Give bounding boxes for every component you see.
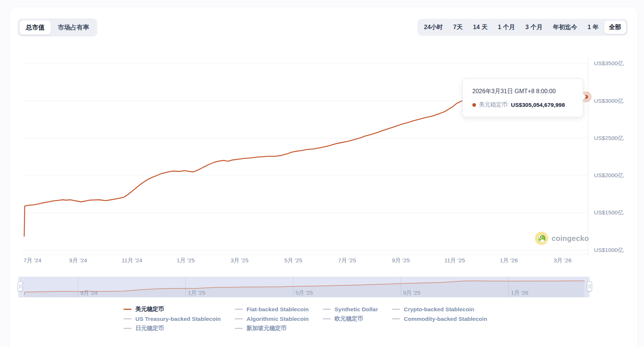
legend-item-label: Algorithmic Stablecoin (246, 316, 309, 322)
range-1m[interactable]: 1 个月 (493, 21, 520, 34)
tooltip-series-label: 美元稳定币: (479, 101, 509, 109)
legend-item-label: US Treasury-backed Stablecoin (135, 316, 221, 322)
range-ytd[interactable]: 年初迄今 (548, 21, 582, 34)
legend-item[interactable]: Crypto-backed Stablecoin (392, 305, 487, 313)
legend-dash-icon (323, 318, 331, 320)
legend-item-label: 日元稳定币 (135, 325, 164, 332)
coingecko-gecko-icon (535, 232, 548, 245)
legend-item[interactable]: 新加坡元稳定币 (235, 325, 309, 332)
range-24h[interactable]: 24小时 (419, 21, 448, 34)
legend-item-label: 美元稳定币 (135, 305, 164, 313)
legend-item-label: Synthetic Dollar (335, 306, 378, 313)
time-range-group: 24小时7天14 天1 个月3 个月年初迄今1 年全部 (417, 19, 628, 36)
legend-dash-icon (235, 328, 243, 329)
tooltip-series-row: 美元稳定币: US$305,054,679,998 (472, 101, 573, 109)
view-tab-total-market-cap[interactable]: 总市值 (20, 20, 51, 35)
legend-dash-icon (323, 309, 331, 310)
view-tab-market-share[interactable]: 市场占有率 (52, 20, 95, 35)
series-line[interactable] (24, 97, 585, 236)
range-7d[interactable]: 7天 (448, 21, 468, 34)
legend-item-label: Crypto-backed Stablecoin (404, 306, 474, 313)
tooltip-series-value: US$305,054,679,998 (511, 102, 565, 108)
range-3m[interactable]: 3 个月 (521, 21, 547, 34)
tooltip-date: 2026年3月31日 GMT+8 8:00:00 (472, 88, 573, 95)
legend-item[interactable]: US Treasury-backed Stablecoin (123, 315, 221, 323)
legend-item[interactable]: Fiat-backed Stablecoin (235, 305, 309, 313)
legend: 美元稳定币Fiat-backed StablecoinSynthetic Dol… (23, 305, 588, 332)
coingecko-wordmark: coingecko (552, 234, 589, 243)
legend-item[interactable]: Algorithmic Stablecoin (235, 315, 309, 323)
legend-item[interactable]: 美元稳定币 (123, 305, 221, 313)
legend-item-label: 新加坡元稳定币 (246, 325, 287, 332)
view-tab-group: 总市值市场占有率 (18, 18, 97, 36)
range-1y[interactable]: 1 年 (583, 21, 603, 34)
series-bullet-icon (472, 103, 476, 107)
legend-item[interactable]: 日元稳定币 (123, 325, 221, 332)
legend-item[interactable]: 欧元稳定币 (323, 315, 378, 323)
legend-dash-icon (235, 309, 243, 310)
legend-dash-icon (392, 309, 400, 310)
legend-item-label: Commodity-backed Stablecoin (404, 316, 487, 322)
legend-item[interactable]: Commodity-backed Stablecoin (392, 315, 487, 323)
range-14d[interactable]: 14 天 (468, 21, 492, 34)
legend-dash-icon (123, 309, 132, 310)
legend-item[interactable]: Synthetic Dollar (323, 305, 378, 313)
legend-item-label: Fiat-backed Stablecoin (246, 306, 309, 313)
legend-dash-icon (392, 318, 400, 320)
legend-item-label: 欧元稳定币 (335, 315, 363, 323)
coingecko-watermark[interactable]: coingecko (535, 232, 589, 245)
range-all[interactable]: 全部 (604, 21, 626, 34)
stablecoin-market-cap-chart[interactable] (0, 0, 644, 347)
legend-dash-icon (235, 318, 243, 320)
legend-dash-icon (123, 318, 132, 320)
navigator-left-handle[interactable] (18, 281, 23, 291)
chart-tooltip: 2026年3月31日 GMT+8 8:00:00 美元稳定币: US$305,0… (462, 78, 583, 117)
legend-dash-icon (123, 328, 132, 329)
navigator-right-handle[interactable] (587, 281, 592, 291)
